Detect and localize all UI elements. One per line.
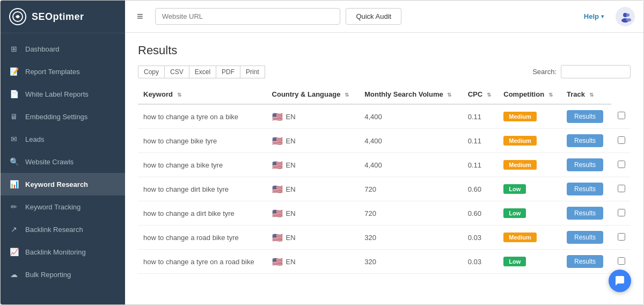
toolbar-print-button[interactable]: Print — [240, 66, 265, 78]
table-row: how to change a tyre on a bike🇺🇸EN4,4000… — [138, 104, 631, 129]
sidebar-item-label: Website Crawls — [25, 158, 74, 166]
cell-volume: 720 — [359, 201, 462, 226]
chevron-down-icon: ▾ — [601, 13, 604, 19]
flag-icon: 🇺🇸 — [272, 136, 283, 146]
help-button[interactable]: Help ▾ — [584, 12, 604, 20]
backlink-research-icon: ↗ — [9, 224, 19, 234]
logo-icon — [9, 8, 26, 25]
cpc-sort-icon[interactable]: ⇅ — [487, 92, 491, 98]
results-button[interactable]: Results — [567, 183, 603, 195]
cell-volume: 4,400 — [359, 153, 462, 177]
sidebar-item-keyword-tracking[interactable]: ✏Keyword Tracking — [1, 195, 125, 218]
cell-cpc: 0.11 — [463, 129, 499, 153]
language-code: EN — [286, 209, 296, 217]
sidebar-item-label: Keyword Research — [25, 180, 88, 188]
cell-track — [611, 129, 631, 153]
track-checkbox[interactable] — [618, 233, 625, 241]
sidebar-item-dashboard[interactable]: ⊞Dashboard — [1, 38, 125, 60]
track-checkbox[interactable] — [618, 136, 625, 144]
data-table: Keyword ⇅Country & Language ⇅Monthly Sea… — [138, 85, 631, 274]
competition-sort-icon[interactable]: ⇅ — [548, 92, 553, 98]
track-sort-icon[interactable]: ⇅ — [589, 92, 594, 98]
quick-audit-button[interactable]: Quick Audit — [346, 8, 401, 25]
results-button[interactable]: Results — [567, 110, 603, 123]
cell-volume: 720 — [359, 177, 462, 201]
cell-country: 🇺🇸EN — [267, 104, 360, 129]
results-button[interactable]: Results — [567, 134, 603, 147]
chat-bubble-button[interactable] — [609, 270, 631, 292]
cell-country: 🇺🇸EN — [267, 129, 360, 153]
keyword-sort-icon[interactable]: ⇅ — [177, 92, 181, 98]
cell-track — [611, 104, 631, 129]
results-title: Results — [138, 43, 631, 57]
track-checkbox[interactable] — [618, 112, 625, 119]
cell-competition: Medium — [498, 129, 561, 153]
leads-icon: ✉ — [9, 134, 19, 144]
language-code: EN — [286, 258, 296, 266]
sidebar-item-label: Bulk Reporting — [25, 271, 71, 279]
app-wrapper: SEOptimer ⊞Dashboard📝Report Templates📄Wh… — [0, 0, 644, 305]
cell-volume: 4,400 — [359, 129, 462, 153]
sidebar-item-label: Backlink Research — [25, 226, 83, 234]
country-sort-icon[interactable]: ⇅ — [345, 92, 349, 98]
cell-volume: 320 — [359, 250, 462, 274]
content-area: Results CopyCSVExcelPDFPrintSearch: Keyw… — [125, 33, 643, 304]
volume-sort-icon[interactable]: ⇅ — [447, 92, 451, 98]
cell-competition: Low — [498, 201, 561, 226]
bulk-reporting-icon: ☁ — [9, 270, 19, 279]
cell-results: Results — [561, 250, 611, 274]
hamburger-icon[interactable]: ≡ — [134, 8, 147, 25]
cell-keyword: how to change dirt bike tyre — [138, 177, 267, 201]
results-button[interactable]: Results — [567, 231, 603, 244]
cell-track — [611, 177, 631, 201]
sidebar-item-embedding-settings[interactable]: 🖥Embedding Settings — [1, 105, 125, 128]
sidebar-item-bulk-reporting[interactable]: ☁Bulk Reporting — [1, 263, 125, 286]
sidebar-item-white-label-reports[interactable]: 📄White Label Reports — [1, 83, 125, 105]
sidebar-nav: ⊞Dashboard📝Report Templates📄White Label … — [1, 33, 125, 304]
search-area: Search: — [532, 65, 631, 78]
results-button[interactable]: Results — [567, 207, 603, 220]
cell-cpc: 0.03 — [463, 226, 499, 250]
track-checkbox[interactable] — [618, 161, 625, 168]
track-checkbox[interactable] — [618, 257, 625, 265]
track-checkbox[interactable] — [618, 185, 625, 192]
cell-keyword: how to change a tyre on a road bike — [138, 250, 267, 274]
sidebar-item-website-crawls[interactable]: 🔍Website Crawls — [1, 150, 125, 173]
cell-results: Results — [561, 129, 611, 153]
cell-cpc: 0.60 — [463, 201, 499, 226]
sidebar-item-label: Keyword Tracking — [25, 203, 80, 211]
language-code: EN — [286, 137, 296, 145]
cell-volume: 4,400 — [359, 104, 462, 129]
sidebar-item-leads[interactable]: ✉Leads — [1, 128, 125, 150]
cell-cpc: 0.11 — [463, 153, 499, 177]
sidebar-item-keyword-research[interactable]: 📊Keyword Research — [1, 173, 125, 195]
table-row: how to change bike tyre🇺🇸EN4,4000.11Medi… — [138, 129, 631, 153]
flag-icon: 🇺🇸 — [272, 112, 283, 122]
url-input[interactable] — [155, 8, 341, 25]
avatar[interactable] — [616, 7, 635, 26]
report-templates-icon: 📝 — [9, 67, 19, 76]
toolbar-excel-button[interactable]: Excel — [189, 66, 216, 78]
cell-results: Results — [561, 177, 611, 201]
results-button[interactable]: Results — [567, 255, 603, 268]
cell-cpc: 0.60 — [463, 177, 499, 201]
search-input[interactable] — [561, 65, 631, 78]
col-header-competition: Competition ⇅ — [498, 85, 561, 104]
track-checkbox[interactable] — [618, 209, 625, 216]
sidebar-item-report-templates[interactable]: 📝Report Templates — [1, 60, 125, 83]
col-header-volume: Monthly Search Volume ⇅ — [359, 85, 462, 104]
results-button[interactable]: Results — [567, 158, 603, 171]
cell-keyword: how to change a dirt bike tyre — [138, 201, 267, 226]
toolbar-pdf-button[interactable]: PDF — [216, 66, 240, 78]
backlink-monitoring-icon: 📈 — [9, 247, 19, 257]
cell-competition: Low — [498, 250, 561, 274]
toolbar-copy-button[interactable]: Copy — [138, 66, 165, 78]
embedding-settings-icon: 🖥 — [9, 112, 19, 121]
sidebar-item-backlink-research[interactable]: ↗Backlink Research — [1, 218, 125, 241]
competition-badge: Low — [503, 208, 526, 218]
competition-badge: Medium — [503, 112, 537, 121]
sidebar-item-backlink-monitoring[interactable]: 📈Backlink Monitoring — [1, 241, 125, 263]
table-row: how to change a dirt bike tyre🇺🇸EN7200.6… — [138, 201, 631, 226]
toolbar-csv-button[interactable]: CSV — [165, 66, 189, 78]
sidebar-logo: SEOptimer — [1, 1, 125, 33]
